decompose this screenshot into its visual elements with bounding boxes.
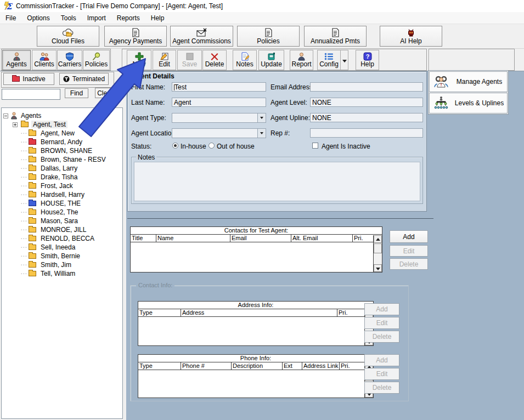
phone-info-table[interactable]: Phone Info: Type Phone # Description Ext… bbox=[138, 354, 374, 398]
phone-edit-button[interactable]: Edit bbox=[364, 368, 399, 380]
tree-item-label: Agent, Test bbox=[31, 121, 67, 128]
address-info-table[interactable]: Address Info: Type Address Pri. bbox=[138, 301, 374, 346]
address-edit-button[interactable]: Edit bbox=[364, 317, 399, 329]
inactive-filter-button[interactable]: Inactive bbox=[3, 73, 54, 85]
inactive-filter-label: Inactive bbox=[22, 75, 45, 83]
search-input[interactable] bbox=[2, 89, 60, 100]
config-button[interactable]: Config bbox=[317, 50, 341, 70]
menu-file[interactable]: File bbox=[0, 13, 21, 24]
expand-icon[interactable] bbox=[13, 122, 18, 127]
address-add-button[interactable]: Add bbox=[364, 303, 399, 315]
help-button[interactable]: ? Help bbox=[356, 50, 379, 70]
folder-icon bbox=[29, 227, 36, 232]
menu-tools[interactable]: Tools bbox=[55, 13, 82, 24]
collapse-icon[interactable] bbox=[3, 113, 8, 118]
folder-icon bbox=[29, 130, 36, 136]
tree-item[interactable]: ⋯Bernard, Andy bbox=[2, 138, 122, 146]
tree-item[interactable]: ⋯Tell, William bbox=[2, 269, 122, 278]
tree-item[interactable]: ⋯BROWN, SHANE bbox=[2, 146, 122, 155]
red-folder-icon bbox=[12, 76, 20, 82]
contacts-table[interactable]: Contacts for Test Agent: Title Name Emai… bbox=[130, 226, 382, 273]
chevron-down-icon[interactable] bbox=[257, 129, 266, 138]
sidebar: Inactive Terminated Find Clear bbox=[0, 71, 126, 420]
contact-delete-button[interactable]: Delete bbox=[390, 258, 428, 270]
notes-button[interactable]: Notes bbox=[233, 50, 257, 70]
new-button[interactable]: New bbox=[127, 50, 151, 70]
tree-item[interactable]: ⋯Mason, Sara bbox=[2, 217, 122, 225]
notes-textarea[interactable] bbox=[134, 162, 420, 201]
tree-item[interactable]: ⋯Agent, New bbox=[2, 129, 122, 138]
contact-edit-button[interactable]: Edit bbox=[390, 245, 428, 257]
address-delete-button[interactable]: Delete bbox=[364, 331, 399, 343]
contacts-scrollbar[interactable] bbox=[373, 235, 382, 272]
tree-item[interactable]: ⋯Sell, Ineeda bbox=[2, 243, 122, 252]
tree-item[interactable]: ⋯House2, The bbox=[2, 208, 122, 217]
menu-bar: File Options Tools Import Reports Help bbox=[0, 12, 524, 24]
scroll-icon bbox=[267, 52, 276, 61]
tree-item[interactable]: ⋯Hardsell, Harry bbox=[2, 190, 122, 199]
tree-item[interactable]: ⋯Drake, Tisha bbox=[2, 173, 122, 181]
tree-item[interactable]: Agent, Test bbox=[2, 120, 122, 129]
in-house-label: In-house bbox=[181, 143, 206, 150]
annualized-pmts-button[interactable]: Annualized Pmts bbox=[304, 26, 367, 47]
scroll-thumb[interactable] bbox=[374, 243, 382, 253]
chevron-down-icon[interactable] bbox=[257, 113, 266, 122]
scroll-down-icon[interactable] bbox=[374, 264, 382, 272]
menu-help[interactable]: Help bbox=[145, 13, 170, 24]
phone-info-title: Phone Info: bbox=[138, 355, 373, 362]
tree-item[interactable]: ⋯MONROE, JILL bbox=[2, 225, 122, 234]
folder-icon bbox=[29, 209, 36, 215]
menu-import[interactable]: Import bbox=[82, 13, 111, 24]
svg-text:?: ? bbox=[365, 53, 369, 60]
policies-tab-button[interactable]: Policies bbox=[83, 50, 110, 70]
tree-item-label: MONROE, JILL bbox=[39, 226, 88, 234]
manage-agents-button[interactable]: Manage Agents bbox=[429, 71, 508, 92]
tree-item-label: BROWN, SHANE bbox=[39, 147, 94, 155]
clear-button[interactable]: Clear bbox=[95, 88, 115, 98]
notes-group-label: Notes bbox=[136, 154, 156, 161]
delete-button[interactable]: Delete bbox=[202, 50, 227, 70]
ai-help-button[interactable]: AI Help bbox=[380, 26, 442, 47]
tree-item[interactable]: ⋯HOUSE, THE bbox=[2, 199, 122, 208]
last-name-field[interactable]: Agent bbox=[172, 98, 266, 107]
phone-delete-button[interactable]: Delete bbox=[364, 382, 399, 394]
levels-uplines-button[interactable]: Levels & Uplines bbox=[429, 93, 508, 113]
find-button[interactable]: Find bbox=[65, 88, 88, 98]
first-name-field[interactable]: Test bbox=[172, 82, 266, 92]
report-button[interactable]: Report bbox=[290, 50, 313, 70]
agent-commissions-button[interactable]: Agent Commissions bbox=[170, 26, 233, 47]
tree-item[interactable]: ⋯Smith, Jim bbox=[2, 260, 122, 269]
agents-tab-button[interactable]: Agents bbox=[2, 50, 31, 70]
scroll-up-icon[interactable] bbox=[374, 235, 382, 243]
terminated-filter-button[interactable]: Terminated bbox=[59, 73, 109, 85]
out-of-house-radio[interactable] bbox=[209, 143, 215, 149]
agent-type-dropdown[interactable] bbox=[172, 113, 266, 123]
menu-reports[interactable]: Reports bbox=[111, 13, 145, 24]
agent-location-dropdown[interactable] bbox=[172, 128, 266, 138]
update-button[interactable]: Update bbox=[258, 50, 284, 70]
tree-item[interactable]: ⋯Frost, Jack bbox=[2, 181, 122, 190]
phone-add-button[interactable]: Add bbox=[364, 354, 399, 366]
tree-item[interactable]: ⋯RENOLD, BECCA bbox=[2, 234, 122, 243]
tree-item[interactable]: ⋯Dallas, Larry bbox=[2, 164, 122, 173]
agency-payments-button[interactable]: Agency Payments bbox=[104, 26, 167, 47]
folder-icon bbox=[29, 192, 36, 197]
agent-inactive-checkbox[interactable] bbox=[312, 143, 318, 149]
email-field[interactable] bbox=[310, 82, 423, 92]
tree-root[interactable]: Agents bbox=[2, 111, 122, 120]
config-dropdown-button[interactable] bbox=[341, 50, 348, 70]
tree-item[interactable]: ⋯Smith, Bernie bbox=[2, 252, 122, 260]
save-button[interactable]: Save bbox=[177, 50, 202, 70]
rep-number-field[interactable] bbox=[310, 128, 423, 138]
menu-options[interactable]: Options bbox=[21, 13, 55, 24]
clients-tab-button[interactable]: Clients bbox=[32, 50, 57, 70]
tree-item[interactable]: ⋯Brown, Shane - RESV bbox=[2, 155, 122, 164]
edit-button[interactable]: Edit bbox=[153, 50, 176, 70]
agents-tree[interactable]: Agents Agent, Test ⋯Agent, New ⋯Bernard,… bbox=[1, 107, 123, 419]
folder-icon bbox=[29, 201, 36, 206]
in-house-radio[interactable] bbox=[172, 143, 178, 149]
contact-add-button[interactable]: Add bbox=[390, 230, 428, 243]
policies-button[interactable]: Policies bbox=[237, 26, 300, 47]
carriers-tab-button[interactable]: Carriers bbox=[57, 50, 82, 70]
cloud-files-button[interactable]: Cloud Files bbox=[37, 26, 99, 47]
